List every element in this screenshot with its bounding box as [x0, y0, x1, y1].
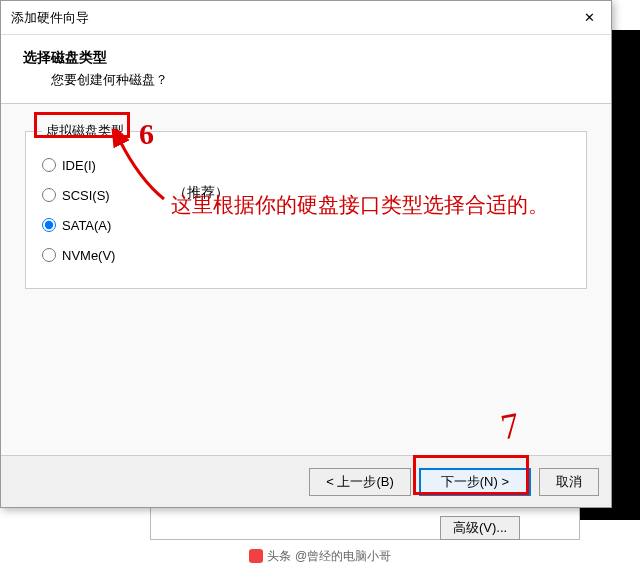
wizard-header: 选择磁盘类型 您要创建何种磁盘？ — [1, 35, 611, 104]
option-nvme[interactable]: NVMe(V) — [42, 240, 570, 270]
radio-scsi-label: SCSI(S) — [62, 188, 110, 203]
next-button[interactable]: 下一步(N) > — [419, 468, 531, 496]
byline: 头条 @曾经的电脑小哥 — [0, 546, 640, 566]
back-button[interactable]: < 上一步(B) — [309, 468, 411, 496]
radio-ide-label: IDE(I) — [62, 158, 96, 173]
radio-ide[interactable] — [42, 158, 56, 172]
recommend-label: （推荐） — [173, 184, 229, 202]
byline-author: @曾经的电脑小哥 — [295, 548, 391, 565]
byline-logo-icon — [249, 549, 263, 563]
wizard-dialog: 添加硬件向导 ✕ 选择磁盘类型 您要创建何种磁盘？ 虚拟磁盘类型 IDE(I) … — [0, 0, 612, 508]
close-icon: ✕ — [584, 10, 595, 25]
option-sata[interactable]: SATA(A) — [42, 210, 570, 240]
close-button[interactable]: ✕ — [567, 2, 611, 34]
cancel-button[interactable]: 取消 — [539, 468, 599, 496]
byline-prefix: 头条 — [267, 548, 291, 565]
wizard-content: 虚拟磁盘类型 IDE(I) SCSI(S) SATA(A) — [1, 104, 611, 455]
option-ide[interactable]: IDE(I) — [42, 150, 570, 180]
radio-sata-label: SATA(A) — [62, 218, 111, 233]
header-title: 选择磁盘类型 — [23, 49, 601, 67]
wizard-footer: < 上一步(B) 下一步(N) > 取消 — [1, 455, 611, 507]
option-scsi[interactable]: SCSI(S) — [42, 180, 570, 210]
radio-nvme-label: NVMe(V) — [62, 248, 115, 263]
titlebar: 添加硬件向导 ✕ — [1, 1, 611, 35]
disk-type-group: 虚拟磁盘类型 IDE(I) SCSI(S) SATA(A) — [25, 122, 587, 289]
advanced-button[interactable]: 高级(V)... — [440, 516, 520, 540]
group-legend: 虚拟磁盘类型 — [42, 122, 128, 140]
radio-sata[interactable] — [42, 218, 56, 232]
radio-scsi[interactable] — [42, 188, 56, 202]
header-subtitle: 您要创建何种磁盘？ — [23, 71, 601, 89]
window-title: 添加硬件向导 — [11, 9, 89, 27]
radio-nvme[interactable] — [42, 248, 56, 262]
